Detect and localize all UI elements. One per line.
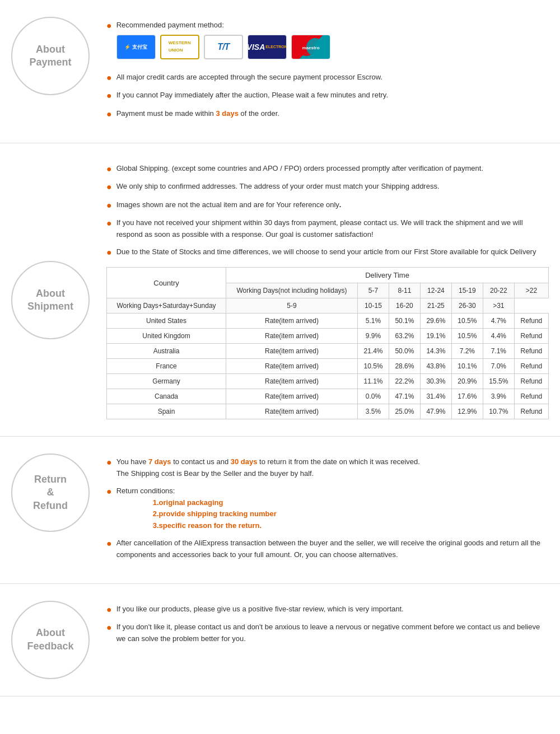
country-cell: Australia: [107, 344, 226, 359]
col-gt22: >22: [514, 283, 548, 298]
data-cell: 25.0%: [389, 404, 420, 419]
data-cell: 31.4%: [420, 389, 451, 404]
alipay-icon: ⚡ 支付宝: [116, 35, 156, 59]
table-row: Australia Rate(item arrived) 21.4% 50.0%…: [107, 344, 549, 359]
shipment-item-0: ● Global Shipping. (except some countrie…: [106, 163, 549, 175]
bullet-dot: ●: [106, 537, 112, 550]
table-row: Canada Rate(item arrived) 0.0% 47.1% 31.…: [107, 389, 549, 404]
shipment-item-4: ● Due to the State of Stocks and time di…: [106, 246, 549, 259]
payment-content: ● Recommended payment method: ⚡ 支付宝 WEST…: [106, 17, 549, 126]
data-cell: Refund: [514, 404, 548, 419]
delivery-table: Country Delivery Time Working Days(not i…: [106, 267, 549, 419]
maestro-icon: maestro: [291, 35, 330, 59]
data-cell: 15.5%: [483, 374, 514, 389]
feedback-negative-text: If you don't like it, please contact us …: [116, 621, 549, 645]
return-item-2: ● After cancellation of the AliExpress t…: [106, 537, 549, 561]
payment-3days-text: Payment must be made within 3 days of th…: [116, 108, 279, 120]
col-26-30: 26-30: [451, 298, 483, 314]
shipment-confirmed-text: We only ship to confirmed addresses. The…: [116, 181, 440, 193]
data-cell: Refund: [514, 389, 548, 404]
data-cell: 20.9%: [451, 374, 483, 389]
shipment-item-2: ● Images shown are not the actual item a…: [106, 199, 549, 212]
col-working-days: Working Days(not including holidays): [226, 283, 358, 298]
bullet-dot: ●: [106, 163, 112, 175]
table-row: United States Rate(item arrived) 5.1% 50…: [107, 314, 549, 329]
data-cell: 5.1%: [357, 314, 389, 329]
table-row: Spain Rate(item arrived) 3.5% 25.0% 47.9…: [107, 404, 549, 419]
col-12-24: 12-24: [420, 283, 451, 298]
payment-escrow-text: All major credit cards are accepted thro…: [116, 72, 382, 83]
shipment-30days-text: If you have not received your shipment w…: [116, 217, 549, 241]
payment-item-2: ● If you cannot Pay immediately after th…: [106, 90, 549, 102]
data-cell: 14.3%: [420, 344, 451, 359]
feedback-content: ● If you like our products, please give …: [106, 601, 549, 651]
rate-cell: Rate(item arrived): [226, 374, 358, 389]
data-cell: 19.1%: [420, 329, 451, 344]
data-cell: 50.0%: [389, 344, 420, 359]
bullet-dot: ●: [106, 604, 112, 616]
data-cell: 10.5%: [451, 314, 483, 329]
col-5-7: 5-7: [357, 283, 389, 298]
bullet-dot: ●: [106, 199, 112, 212]
feedback-positive-text: If you like our products, please give us…: [116, 604, 404, 615]
data-cell: 3.5%: [357, 404, 389, 419]
7days-bold: 7 days: [148, 457, 171, 466]
rate-cell: Rate(item arrived): [226, 344, 358, 359]
recommended-text: Recommended payment method:: [116, 21, 224, 29]
data-cell: Refund: [514, 374, 548, 389]
payment-section: AboutPayment ● Recommended payment metho…: [0, 0, 560, 143]
data-cell: 7.2%: [451, 344, 483, 359]
bullet-dot: ●: [106, 181, 112, 193]
data-cell: 12.9%: [451, 404, 483, 419]
rate-cell: Rate(item arrived): [226, 329, 358, 344]
country-cell: France: [107, 359, 226, 374]
data-cell: Refund: [514, 359, 548, 374]
country-cell: Germany: [107, 374, 226, 389]
data-cell: 11.1%: [357, 374, 389, 389]
data-cell: 10.1%: [451, 359, 483, 374]
country-cell: United States: [107, 314, 226, 329]
data-cell: 17.6%: [451, 389, 483, 404]
bullet-dot: ●: [106, 72, 112, 84]
rate-cell: Rate(item arrived): [226, 359, 358, 374]
data-cell: 47.1%: [389, 389, 420, 404]
return-aliexpress-text: After cancellation of the AliExpress tra…: [116, 537, 549, 561]
data-cell: Refund: [514, 314, 548, 329]
col-10-15: 10-15: [357, 298, 389, 314]
data-cell: 30.3%: [420, 374, 451, 389]
data-cell: 7.1%: [483, 344, 514, 359]
return-conditions-text: Return conditions: 1.original packaging …: [116, 485, 277, 532]
data-cell: 9.9%: [357, 329, 389, 344]
payment-retry-text: If you cannot Pay immediately after the …: [116, 90, 388, 101]
table-row: United Kingdom Rate(item arrived) 9.9% 6…: [107, 329, 549, 344]
data-cell: 4.7%: [483, 314, 514, 329]
data-cell: 21.4%: [357, 344, 389, 359]
rate-cell: Rate(item arrived): [226, 389, 358, 404]
shipment-images-text: Images shown are not the actual item and…: [116, 199, 342, 211]
feedback-section: AboutFeedback ● If you like our products…: [0, 584, 560, 696]
payment-recommended: Recommended payment method: ⚡ 支付宝 WESTER…: [116, 20, 330, 66]
shipment-section: AboutShipment ● Global Shipping. (except…: [0, 143, 560, 437]
bullet-dot: ●: [106, 456, 112, 469]
feedback-circle-label: AboutFeedback: [11, 601, 90, 679]
bullet-dot: ●: [106, 485, 112, 498]
rate-cell: Rate(item arrived): [226, 404, 358, 419]
bullet-dot: ●: [106, 246, 112, 259]
delivery-time-header: Delivery Time: [226, 268, 549, 283]
tt-icon: T/T: [204, 35, 243, 59]
payment-circle-label: AboutPayment: [11, 17, 90, 95]
col-8-11: 8-11: [389, 283, 420, 298]
bullet-dot: ●: [106, 90, 112, 102]
payment-icons-row: ⚡ 支付宝 WESTERNUNION T/T VISA ELECTRON: [116, 35, 330, 59]
return-days-text: You have 7 days to contact us and 30 day…: [116, 456, 420, 480]
rate-cell: Rate(item arrived): [226, 314, 358, 329]
col-16-20: 16-20: [389, 298, 420, 314]
data-cell: 50.1%: [389, 314, 420, 329]
return-conditions-detail: 1.original packaging 2.provide shipping …: [116, 498, 277, 530]
data-cell: Refund: [514, 329, 548, 344]
col-15-19: 15-19: [451, 283, 483, 298]
data-cell: 7.0%: [483, 359, 514, 374]
data-cell: 10.5%: [451, 329, 483, 344]
col-weekend: Working Days+Saturday+Sunday: [107, 298, 226, 314]
bullet-dot: ●: [106, 108, 112, 120]
